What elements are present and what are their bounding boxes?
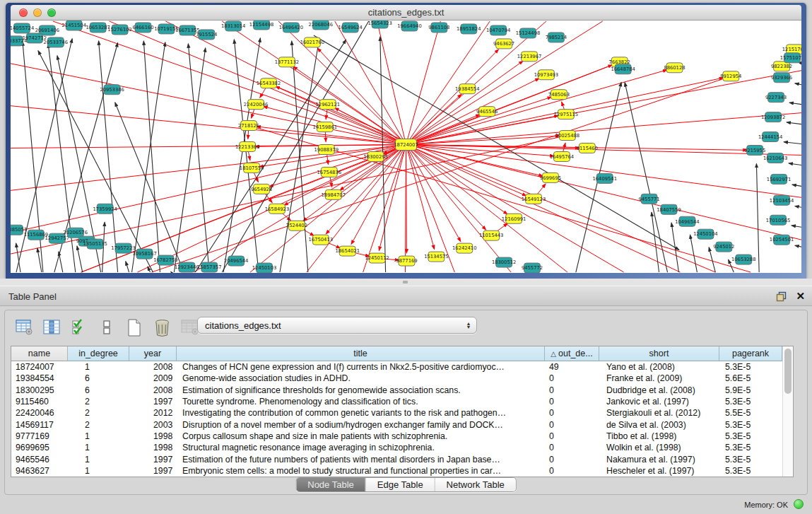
graph-node-12975115[interactable]: 12975115 [554, 110, 578, 119]
citation-edge-red[interactable] [406, 21, 546, 145]
graph-node-12160991[interactable]: 12160991 [502, 214, 526, 223]
graph-node-9455771[interactable]: 9455771 [639, 194, 660, 204]
column-header-in_degree[interactable]: in_degree [68, 346, 129, 361]
graph-node-15276102[interactable]: 15276102 [107, 25, 131, 35]
graph-node-18724007[interactable]: 18724007 [394, 139, 418, 151]
tab-edge-table[interactable]: Edge Table [366, 478, 435, 491]
citation-edge-red[interactable] [406, 145, 802, 240]
graph-node-14055724[interactable]: 14055724 [11, 23, 34, 33]
graph-node-10496544[interactable]: 10496544 [675, 216, 699, 226]
graph-node-7485063[interactable]: 7485063 [548, 90, 570, 100]
citation-edge-black[interactable] [625, 82, 667, 272]
select-rows-check-icon[interactable] [70, 318, 88, 337]
graph-node-18300512[interactable]: 18300512 [492, 257, 516, 267]
graph-node-16495764[interactable]: 16495764 [550, 151, 574, 161]
graph-node-16409541[interactable]: 16409541 [593, 173, 617, 183]
column-header-name[interactable]: name [11, 346, 68, 361]
graph-node-7524402[interactable]: 7524402 [286, 221, 307, 230]
graph-node-9463627[interactable]: 9463627 [493, 39, 514, 49]
graph-node-9227343[interactable]: 9227343 [765, 93, 787, 103]
citation-edge-red[interactable] [406, 145, 461, 242]
citation-edge-black[interactable] [792, 226, 801, 227]
graph-node-21451504[interactable]: 21451504 [62, 21, 86, 30]
citation-edge-black[interactable] [132, 42, 165, 272]
citation-edge-black[interactable] [795, 245, 801, 247]
graph-node-10470794[interactable]: 10470794 [486, 25, 510, 35]
graph-node-12213967[interactable]: 12213967 [517, 52, 541, 62]
zoom-window-button[interactable] [47, 8, 56, 17]
graph-node-15654323[interactable]: 15654323 [367, 21, 392, 28]
graph-node-17359924[interactable]: 17359924 [93, 204, 117, 214]
graph-node-17010565[interactable]: 17010565 [766, 215, 790, 225]
network-canvas[interactable]: 1405572420691406214515041065328715276102… [11, 21, 801, 273]
graph-node-10254501[interactable]: 10254501 [770, 235, 794, 245]
citation-edge-black[interactable] [234, 40, 259, 272]
table-row[interactable]: 969969511998Structural magnetic resonanc… [11, 442, 782, 453]
citation-edge-red[interactable] [406, 145, 508, 215]
checkbox-stack-icon[interactable] [98, 318, 116, 337]
split-pane-divider[interactable] [0, 279, 812, 286]
citation-edge-black[interactable] [188, 44, 209, 272]
table-settings-icon[interactable] [15, 318, 33, 337]
table-row[interactable]: 977716911998Corpus callosum shape and si… [11, 431, 782, 442]
memory-status-indicator[interactable] [794, 499, 804, 509]
graph-node-9465546[interactable]: 9465546 [476, 107, 498, 117]
citation-edge-black[interactable] [143, 41, 160, 272]
divider-grip[interactable] [403, 281, 408, 284]
table-row[interactable]: 946554611997Estimation of the future num… [11, 453, 782, 465]
graph-node-9861108[interactable]: 9861108 [428, 23, 449, 33]
graph-node-18951824[interactable]: 18951824 [457, 24, 481, 34]
citation-edge-black[interactable] [126, 262, 129, 272]
graph-node-9329366[interactable]: 9329366 [771, 73, 792, 83]
graph-node-22068046[interactable]: 22068046 [309, 21, 333, 30]
citation-edge-black[interactable] [174, 48, 205, 272]
graph-node-9877169[interactable]: 9877169 [396, 256, 417, 266]
new-document-icon[interactable] [125, 318, 143, 337]
graph-node-10973493[interactable]: 10973493 [534, 70, 558, 80]
table-row[interactable]: 911546021997Tourette syndrome. Phenomeno… [11, 396, 782, 407]
column-header-out_de[interactable]: △out_de... [545, 346, 599, 361]
close-window-button[interactable] [19, 8, 28, 17]
graph-node-19664940[interactable]: 19664940 [397, 21, 421, 31]
graph-node-9654923[interactable]: 9654923 [251, 184, 272, 194]
table-row[interactable]: 1872400712008Changes of HCN gene express… [11, 361, 782, 373]
graph-node-7985214[interactable]: 7985214 [546, 33, 567, 42]
graph-node-16584923[interactable]: 16584923 [265, 204, 289, 214]
graph-node-16549624[interactable]: 16549624 [338, 23, 362, 33]
citation-edge-black[interactable] [756, 163, 759, 272]
graph-node-2718126[interactable]: 2718126 [238, 121, 259, 131]
citation-edge-red[interactable] [406, 145, 486, 230]
graph-node-20533746[interactable]: 20533746 [44, 37, 68, 47]
tab-network-table[interactable]: Network Table [435, 478, 516, 491]
graph-node-12450103[interactable]: 12450103 [252, 263, 276, 273]
graph-node-20496544[interactable]: 20496544 [224, 256, 248, 266]
citation-edge-red[interactable] [406, 145, 435, 250]
minimize-window-button[interactable] [33, 8, 42, 17]
delete-trash-icon[interactable] [153, 318, 171, 337]
graph-node-18984707[interactable]: 18984707 [322, 189, 346, 199]
graph-node-12213369[interactable]: 12213369 [235, 142, 259, 152]
column-header-short[interactable]: short [599, 346, 719, 361]
citation-edge-black[interactable] [652, 212, 659, 272]
citation-edge-black[interactable] [77, 246, 83, 272]
graph-node-22420046[interactable]: 22420046 [244, 100, 268, 110]
graph-node-6466160[interactable]: 6466160 [132, 23, 153, 33]
table-row[interactable]: 1938455462009Genome-wide association stu… [11, 373, 782, 384]
graph-node-10653287[interactable]: 10653287 [86, 23, 110, 33]
citation-edge-red[interactable] [406, 145, 407, 254]
column-header-year[interactable]: year [129, 346, 177, 361]
citation-edge-black[interactable] [787, 122, 801, 124]
graph-node-9699695[interactable]: 9699695 [540, 173, 561, 182]
graph-node-19384554[interactable]: 19384554 [455, 84, 479, 94]
graph-node-8860128[interactable]: 8860128 [664, 63, 685, 73]
citation-edge-red[interactable] [406, 70, 667, 145]
graph-node-15134575[interactable]: 15134575 [424, 252, 448, 262]
graph-node-11015443[interactable]: 11015443 [479, 230, 503, 240]
citation-edge-red[interactable] [406, 145, 802, 198]
graph-node-8912954[interactable]: 8912954 [720, 71, 741, 81]
graph-node-16242410[interactable]: 16242410 [452, 243, 476, 253]
column-header-title[interactable]: title [177, 346, 545, 361]
citation-edge-black[interactable] [171, 271, 172, 272]
tab-node-table[interactable]: Node Table [296, 478, 366, 491]
citation-edge-red[interactable] [363, 145, 406, 273]
